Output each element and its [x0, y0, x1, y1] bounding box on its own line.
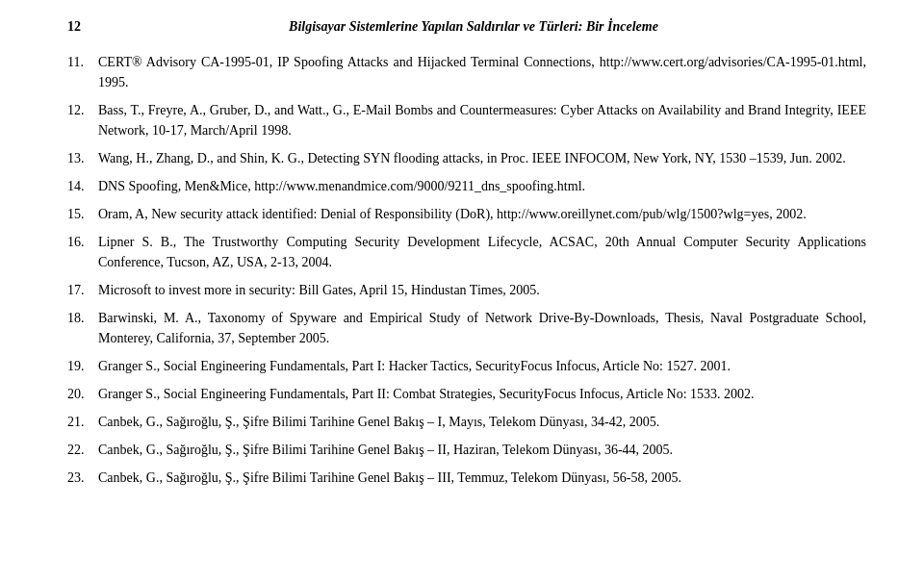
ref-item: 18.Barwinski, M. A., Taxonomy of Spyware… [67, 308, 866, 348]
ref-text: Lipner S. B., The Trustworthy Computing … [98, 232, 866, 272]
ref-item: 19.Granger S., Social Engineering Fundam… [67, 356, 866, 376]
ref-number: 15. [67, 204, 98, 224]
ref-item: 17.Microsoft to invest more in security:… [67, 280, 866, 300]
ref-item: 13.Wang, H., Zhang, D., and Shin, K. G.,… [67, 148, 866, 168]
page-title: Bilgisayar Sistemlerine Yapılan Saldırıl… [81, 19, 866, 35]
ref-text: Microsoft to invest more in security: Bi… [98, 280, 866, 300]
ref-item: 22.Canbek, G., Sağıroğlu, Ş., Şifre Bili… [67, 440, 866, 460]
ref-number: 17. [67, 280, 98, 300]
ref-item: 15.Oram, A, New security attack identifi… [67, 204, 866, 224]
ref-number: 14. [67, 176, 98, 196]
ref-item: 16.Lipner S. B., The Trustworthy Computi… [67, 232, 866, 272]
ref-number: 21. [67, 412, 98, 432]
ref-number: 23. [67, 468, 98, 488]
ref-text: Canbek, G., Sağıroğlu, Ş., Şifre Bilimi … [98, 412, 866, 432]
ref-text: Bass, T., Freyre, A., Gruber, D., and Wa… [98, 100, 866, 140]
ref-number: 22. [67, 440, 98, 460]
ref-item: 23.Canbek, G., Sağıroğlu, Ş., Şifre Bili… [67, 468, 866, 488]
ref-text: CERT® Advisory CA-1995-01, IP Spoofing A… [98, 52, 866, 92]
ref-text: Canbek, G., Sağıroğlu, Ş., Şifre Bilimi … [98, 468, 866, 488]
ref-text: Granger S., Social Engineering Fundament… [98, 356, 866, 376]
ref-item: 20.Granger S., Social Engineering Fundam… [67, 384, 866, 404]
ref-item: 14.DNS Spoofing, Men&Mice, http://www.me… [67, 176, 866, 196]
ref-text: Granger S., Social Engineering Fundament… [98, 384, 866, 404]
ref-item: 11.CERT® Advisory CA-1995-01, IP Spoofin… [67, 52, 866, 92]
ref-text: DNS Spoofing, Men&Mice, http://www.menan… [98, 176, 866, 196]
ref-number: 20. [67, 384, 98, 404]
ref-number: 19. [67, 356, 98, 376]
ref-text: Wang, H., Zhang, D., and Shin, K. G., De… [98, 148, 866, 168]
page-header: 12 Bilgisayar Sistemlerine Yapılan Saldı… [67, 19, 866, 35]
ref-number: 11. [67, 52, 98, 92]
ref-number: 13. [67, 148, 98, 168]
page-number: 12 [67, 19, 81, 35]
ref-item: 21.Canbek, G., Sağıroğlu, Ş., Şifre Bili… [67, 412, 866, 432]
references-section: 11.CERT® Advisory CA-1995-01, IP Spoofin… [67, 52, 866, 488]
ref-number: 18. [67, 308, 98, 348]
ref-text: Barwinski, M. A., Taxonomy of Spyware an… [98, 308, 866, 348]
ref-item: 12.Bass, T., Freyre, A., Gruber, D., and… [67, 100, 866, 140]
ref-text: Canbek, G., Sağıroğlu, Ş., Şifre Bilimi … [98, 440, 866, 460]
ref-number: 12. [67, 100, 98, 140]
ref-number: 16. [67, 232, 98, 272]
ref-text: Oram, A, New security attack identified:… [98, 204, 866, 224]
